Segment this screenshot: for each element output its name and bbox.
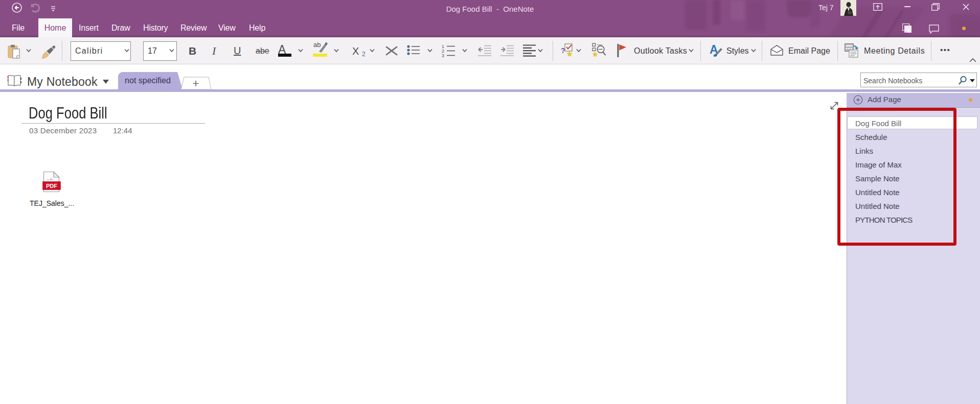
svg-text:PDF: PDF (46, 183, 57, 189)
svg-text:3: 3 (442, 53, 444, 57)
svg-text:?: ? (561, 46, 565, 55)
